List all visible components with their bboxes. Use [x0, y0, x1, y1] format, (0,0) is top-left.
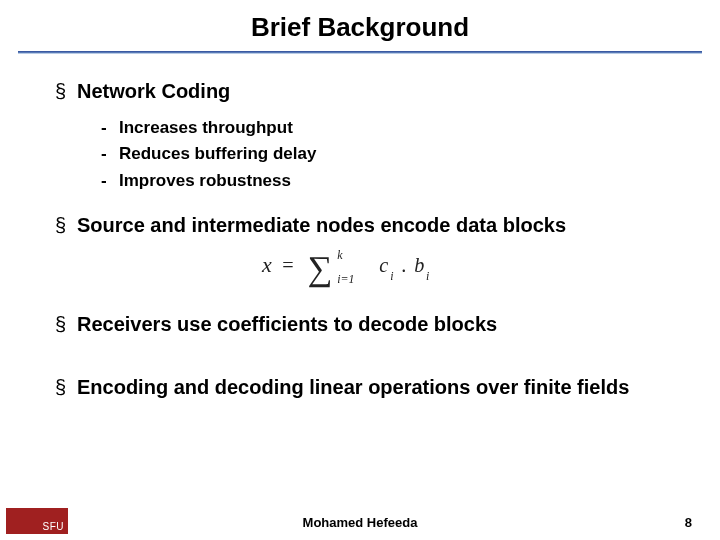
formula-b-sub: i [426, 269, 429, 283]
formula-lower: i=1 [337, 273, 354, 287]
formula-b: b [414, 255, 424, 277]
formula-c: c [379, 255, 388, 277]
page-title: Brief Background [0, 0, 720, 51]
bullet-encode-blocks: Source and intermediate nodes encode dat… [55, 212, 685, 239]
formula-c-sub: i [390, 269, 393, 283]
sub-list: Increases throughput Reduces buffering d… [101, 115, 685, 194]
footer-author: Mohamed Hefeeda [0, 515, 720, 530]
bullet-network-coding: Network Coding [55, 78, 685, 105]
sub-improves-robustness: Improves robustness [101, 168, 685, 194]
formula-svg: x = ∑ k i=1 c i . b i [251, 245, 489, 289]
sub-increases-throughput: Increases throughput [101, 115, 685, 141]
bullet-linear-operations: Encoding and decoding linear operations … [55, 374, 685, 401]
formula-eq: = [282, 255, 293, 277]
formula: x = ∑ k i=1 c i . b i [55, 245, 685, 289]
slide-content: Network Coding Increases throughput Redu… [0, 54, 720, 401]
formula-upper: k [337, 248, 343, 262]
sigma-icon: ∑ [308, 249, 333, 288]
formula-dot: . [401, 255, 406, 277]
formula-lhs: x [261, 253, 272, 278]
bullet-receivers-decode: Receivers use coefficients to decode blo… [55, 311, 685, 338]
sub-reduces-buffering: Reduces buffering delay [101, 141, 685, 167]
footer-page-number: 8 [685, 515, 692, 530]
